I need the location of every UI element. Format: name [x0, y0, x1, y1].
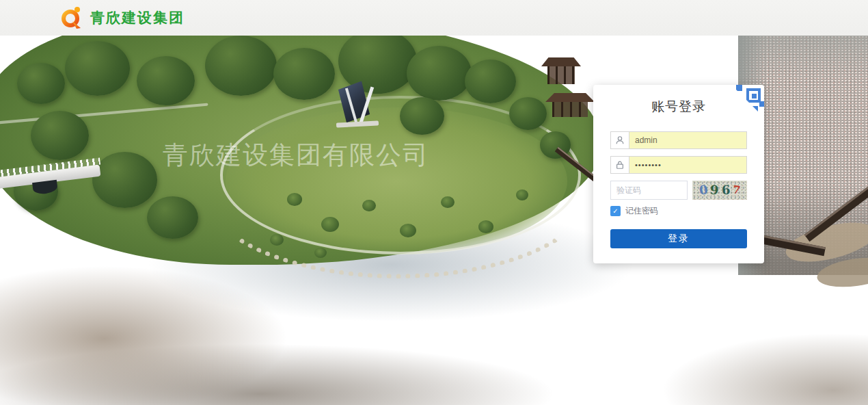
tree — [509, 97, 547, 130]
captcha-image[interactable]: 0 9 6 7 — [692, 181, 747, 200]
captcha-digit: 9 — [710, 184, 720, 197]
username-input[interactable] — [629, 132, 746, 148]
shrub — [321, 217, 339, 232]
tree — [92, 152, 157, 208]
tree — [465, 60, 516, 103]
remember-password-label: 记住密码 — [625, 205, 658, 217]
shrub — [516, 190, 528, 200]
remember-password-checkbox[interactable]: 记住密码 — [610, 205, 658, 217]
checkmark-icon[interactable] — [610, 206, 621, 216]
password-field-group — [610, 156, 747, 174]
shrub — [478, 220, 493, 233]
tree — [407, 46, 472, 101]
pavilion-body — [552, 102, 588, 117]
password-input[interactable] — [629, 157, 746, 173]
captcha-row: 0 9 6 7 — [610, 181, 747, 200]
lock-icon — [611, 157, 629, 173]
tree — [31, 111, 89, 160]
login-title: 账号登录 — [610, 98, 747, 116]
tree — [17, 63, 65, 104]
shrub — [270, 234, 284, 246]
username-field-group — [610, 131, 747, 149]
shrub — [362, 200, 376, 211]
shrub — [314, 248, 327, 258]
tree — [205, 36, 277, 96]
tree — [65, 41, 130, 96]
captcha-digit: 0 — [699, 183, 708, 196]
shrub — [441, 196, 455, 208]
tree — [400, 97, 444, 135]
user-icon — [611, 132, 629, 148]
pavilion-body — [547, 66, 575, 84]
shrub — [287, 193, 302, 206]
shrub — [400, 224, 416, 237]
company-watermark-text: 青欣建设集团有限公司 — [163, 138, 429, 172]
company-logo-icon — [60, 6, 83, 29]
login-button[interactable]: 登录 — [610, 229, 747, 248]
tree — [273, 48, 335, 100]
company-brand-name: 青欣建设集团 — [90, 8, 185, 27]
top-header-bar: 青欣建设集团 — [0, 0, 868, 36]
tree — [147, 196, 198, 239]
login-page: 青欣建设集团 — [0, 0, 868, 405]
captcha-input[interactable] — [610, 181, 688, 200]
captcha-digit: 7 — [732, 184, 741, 196]
tree — [137, 56, 195, 105]
login-card: 账号登录 0 9 6 7 — [593, 85, 764, 263]
captcha-digit: 6 — [721, 184, 730, 197]
